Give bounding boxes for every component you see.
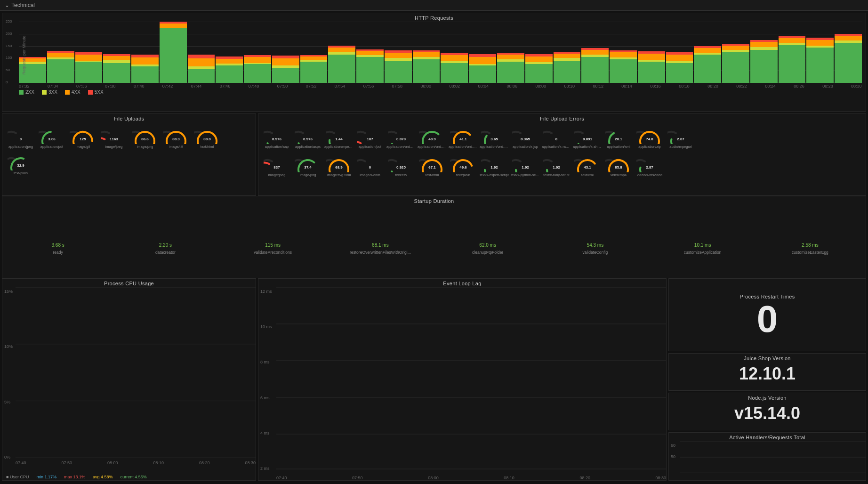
startup-value: 2.20 s: [159, 242, 172, 248]
gauge-svg: 49.6: [450, 153, 476, 172]
http-x-tick: 07:56: [363, 84, 374, 89]
http-bar-group: [216, 22, 243, 83]
gauge-item: 837image/jpeg: [262, 153, 291, 177]
gauge-item: 0.976application/aspx: [293, 124, 322, 149]
http-bar-group: [385, 22, 412, 83]
gauge-svg: 0: [357, 153, 383, 172]
startup-bar-item: 115 msvalidatePreconditions: [221, 242, 325, 255]
bar-segment: [385, 53, 412, 58]
gauge-item: 0.976application/aap: [262, 124, 291, 149]
bar-segment: [131, 66, 159, 83]
svg-text:37.4: 37.4: [304, 165, 312, 169]
startup-name: validatePreconditions: [254, 250, 292, 255]
svg-text:1.92: 1.92: [553, 165, 560, 169]
cpu-curr-val: 4.55%: [135, 475, 147, 479]
panel-nodejs-version: Node.js Version v15.14.0: [668, 393, 866, 430]
errors-gauges-row2: 837image/jpeg37.4image/png68.9image/svg+…: [258, 151, 866, 179]
gauge-label: application/aspx: [295, 145, 321, 149]
svg-text:0.891: 0.891: [583, 137, 593, 141]
http-chart-area: 250 200 150 100 50 0: [19, 22, 862, 83]
http-bar-group: [160, 22, 187, 83]
panel-juice-shop-version: Juice Shop Version 12.10.1: [668, 353, 866, 391]
gauge-svg: 40.9: [419, 124, 445, 144]
http-bar-group: [300, 22, 328, 83]
bar-segment: [806, 48, 834, 83]
cpu-legend-label: User CPU: [10, 475, 29, 479]
bar-segment: [131, 57, 159, 65]
cpu-chart-svg: [16, 287, 256, 460]
bar-segment: [441, 55, 468, 61]
gauge-svg: 85.8: [605, 153, 632, 172]
gauge-label: audio/mpegurl: [669, 145, 692, 149]
svg-text:20.1: 20.1: [615, 137, 622, 141]
cpu-max-label: max: [64, 475, 72, 479]
panel-cpu-usage: Process CPU Usage 15% 10% 5% 0%: [2, 278, 256, 481]
http-x-tick: 08:14: [621, 84, 632, 89]
legend-4xx-dot: [65, 90, 70, 95]
startup-bar-item: 2.20 sdatacreator: [113, 242, 217, 255]
cpu-min-val: 1.17%: [44, 475, 56, 479]
uploads-gauges: 0application/jpeg3.06application/pdf125i…: [2, 122, 256, 177]
gauge-label: application/x-jsp: [513, 145, 538, 149]
cpu-max-val: 13.1%: [73, 475, 86, 479]
bar-segment: [328, 48, 355, 52]
header-bar: ⌄ Technical: [0, 0, 868, 11]
gauge-label: application/vnd.ma...: [386, 145, 416, 149]
http-x-tick: 07:40: [134, 84, 145, 89]
http-x-tick: 08:16: [650, 84, 661, 89]
gauge-item: 74.8application/zip: [635, 124, 664, 149]
gauge-item: 43.1text/xml: [573, 153, 602, 177]
svg-text:3.65: 3.65: [490, 137, 498, 141]
http-x-tick: 07:48: [249, 84, 259, 89]
http-x-tick: 08:00: [421, 84, 432, 89]
legend-4xx-label: 4XX: [72, 89, 80, 95]
bar-segment: [666, 55, 693, 61]
gauge-svg: 1.92: [512, 153, 538, 172]
gauge-item: 0application/x-radio...: [542, 124, 571, 149]
gauge-label: application/pdf: [359, 145, 381, 149]
bar-segment: [216, 65, 243, 83]
bar-segment: [385, 61, 412, 83]
svg-text:86.6: 86.6: [141, 137, 149, 141]
startup-name: customizeApplication: [684, 250, 722, 255]
gauge-item: 2.87audio/mpegurl: [666, 124, 695, 149]
gauge-label: image/gif: [76, 145, 90, 149]
bar-segment: [47, 53, 74, 57]
http-x-tick: 08:06: [506, 84, 517, 89]
startup-name: cleanupFtpFolder: [472, 250, 503, 255]
gauge-item: 0.891application/x-shock...: [573, 124, 602, 149]
gauge-svg: 32.9: [8, 151, 34, 170]
bar-segment: [554, 54, 581, 58]
http-x-tick: 07:58: [392, 84, 403, 89]
svg-text:1.44: 1.44: [335, 137, 343, 141]
gauge-label: video/mp4: [611, 173, 627, 177]
svg-text:88.3: 88.3: [172, 137, 180, 141]
juice-shop-title: Juice Shop Version: [669, 354, 866, 362]
svg-text:125: 125: [80, 137, 86, 141]
nodejs-value: v15.14.0: [669, 402, 866, 425]
legend-2xx: 2XX: [19, 89, 34, 95]
legend-5xx-label: 5XX: [95, 89, 104, 95]
http-bar-group: [75, 22, 103, 83]
startup-row: Startup Duration 3.68 sready2.20 sdatacr…: [2, 196, 866, 278]
chevron-icon: ⌄: [5, 2, 9, 8]
legend-3xx: 3XX: [42, 89, 57, 95]
gauge-item: 0.365application/x-jsp: [511, 124, 540, 149]
bar-segment: [75, 62, 103, 83]
gauge-svg: 0.878: [388, 124, 414, 144]
cpu-avg-group: avg 4.58%: [93, 475, 113, 479]
http-x-tick: 07:52: [306, 84, 317, 89]
gauge-label: text/csv: [395, 173, 407, 177]
gauge-item: 1163image/jpeg: [99, 124, 129, 149]
http-bar-group: [244, 22, 271, 83]
bar-segment: [638, 62, 665, 83]
cpu-y-labels: 15% 10% 5% 0%: [4, 289, 13, 460]
gauge-label: application/vnd.op...: [418, 145, 447, 149]
http-x-tick: 07:32: [19, 84, 30, 89]
header-title: Technical: [11, 2, 35, 8]
svg-text:0.976: 0.976: [272, 137, 282, 141]
bar-segment: [356, 57, 384, 83]
bar-segment: [806, 40, 834, 46]
gauge-label: image/x-ebm: [360, 173, 380, 177]
svg-text:0.365: 0.365: [521, 137, 530, 141]
